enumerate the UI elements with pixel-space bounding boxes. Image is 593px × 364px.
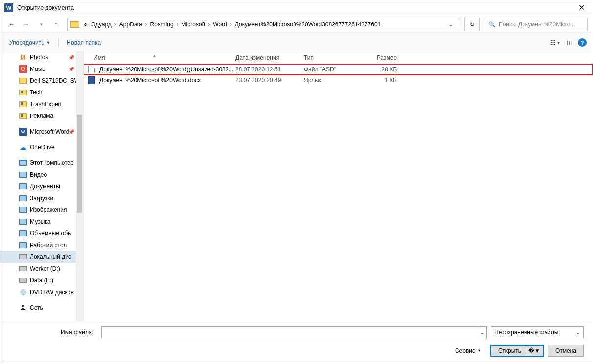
footer: Имя файла: ⌄ Несохраненные файлы⌄ Сервис… (0, 321, 593, 364)
search-input[interactable]: 🔍 Поиск: Документ%20Micro... (485, 18, 588, 31)
crumb-prefix[interactable]: « (82, 21, 90, 28)
sidebar-item[interactable]: Data (E:) (0, 274, 83, 286)
col-header-date[interactable]: Дата изменения (235, 54, 304, 61)
file-type: Файл "ASD" (304, 66, 363, 73)
file-row[interactable]: Документ%20Microsoft%20Word((Unsaved-308… (84, 64, 593, 75)
sidebar-item[interactable]: Worker (D:) (0, 263, 83, 274)
sidebar-item[interactable]: 🖧Сеть (0, 302, 83, 314)
sidebar: 🖼Photos📌OMusic📌Dell S2719DC_SWTechTrashE… (0, 51, 84, 321)
file-size: 1 КБ (363, 77, 402, 84)
crumb-2[interactable]: Roaming (148, 21, 176, 28)
sidebar-item-label: Изображения (30, 206, 67, 213)
sidebar-item-label: Music (30, 66, 45, 72)
sidebar-item-label: Photos (30, 54, 48, 61)
sidebar-item[interactable]: Музыка (0, 216, 83, 228)
file-row[interactable]: Документ%20Microsoft%20Word.docx23.07.20… (84, 75, 593, 86)
sidebar-item[interactable]: Видео (0, 169, 83, 181)
sidebar-item[interactable]: Tech (0, 87, 83, 98)
sidebar-item[interactable]: Загрузки (0, 192, 83, 204)
sidebar-item[interactable]: WMicrosoft Word📌 (0, 126, 83, 137)
sidebar-item-label: Локальный дис (30, 253, 71, 260)
cancel-button[interactable]: Отмена (548, 345, 584, 357)
sidebar-item-label: Рабочий стол (30, 242, 67, 249)
sort-indicator-icon: ▲ (152, 53, 157, 58)
open-button[interactable]: Открыть�▼ (490, 345, 544, 357)
refresh-button[interactable]: ↻ (464, 18, 480, 31)
up-button[interactable]: ↑ (49, 18, 62, 31)
sidebar-item[interactable]: 💿DVD RW дисков (0, 286, 83, 298)
crumb-1[interactable]: AppData (117, 21, 144, 28)
column-headers: Имя▲ Дата изменения Тип Размер (84, 51, 593, 64)
recent-dropdown[interactable]: ▾ (35, 18, 47, 31)
sidebar-item-label: Сеть (30, 304, 43, 311)
sidebar-item-label: TrashExpert (30, 101, 62, 108)
sidebar-scrollbar[interactable] (76, 51, 83, 321)
sidebar-item-label: Реклама (30, 113, 53, 119)
sidebar-item[interactable]: Реклама (0, 110, 83, 122)
col-header-name[interactable]: Имя▲ (84, 54, 235, 61)
col-header-size[interactable]: Размер (363, 54, 402, 61)
filename-dropdown[interactable]: ⌄ (478, 327, 486, 338)
sidebar-item[interactable]: Документы (0, 181, 83, 192)
close-button[interactable]: ✕ (574, 3, 589, 12)
sidebar-item-label: Видео (30, 171, 47, 178)
preview-pane-button[interactable]: ◫ (564, 38, 574, 47)
sidebar-item-label: Dell S2719DC_SW (30, 77, 80, 84)
crumb-0[interactable]: Эдуард (90, 21, 114, 28)
sidebar-item-label: Worker (D:) (30, 265, 60, 272)
view-options-button[interactable]: ☷▼ (550, 38, 560, 47)
file-name: Документ%20Microsoft%20Word.docx (99, 77, 235, 84)
new-folder-button[interactable]: Новая папка (64, 37, 104, 48)
file-pane: Имя▲ Дата изменения Тип Размер Документ%… (84, 51, 593, 321)
file-type: Ярлык (304, 77, 363, 84)
back-button[interactable]: ← (5, 18, 18, 31)
toolbar: Упорядочить ▼ Новая папка ☷▼ ◫ ? (0, 34, 593, 51)
open-file-dialog: W Открытие документа ✕ ← → ▾ ↑ « Эдуард›… (0, 0, 593, 364)
crumb-5[interactable]: Документ%20Microsoft%20Word3082677726142… (233, 21, 383, 28)
service-button[interactable]: Сервис ▼ (455, 347, 481, 354)
sidebar-item-label: Microsoft Word (30, 128, 69, 135)
nav-row: ← → ▾ ↑ « Эдуард› AppData› Roaming› Micr… (0, 15, 593, 34)
organize-button[interactable]: Упорядочить ▼ (6, 37, 53, 48)
filetype-filter[interactable]: Несохраненные файлы⌄ (491, 326, 584, 338)
sidebar-item[interactable]: Объемные объ (0, 228, 83, 239)
address-bar[interactable]: « Эдуард› AppData› Roaming› Microsoft› W… (67, 18, 459, 31)
pin-icon: 📌 (68, 129, 74, 135)
sidebar-item-label: Data (E:) (30, 277, 53, 284)
file-date: 28.07.2020 12:51 (235, 66, 304, 73)
sidebar-item[interactable]: Рабочий стол (0, 239, 83, 251)
forward-button[interactable]: → (20, 18, 33, 31)
sidebar-item-label: Этот компьютер (30, 159, 74, 166)
crumb-4[interactable]: Word (211, 21, 228, 28)
sidebar-item[interactable]: Этот компьютер (0, 157, 83, 169)
search-placeholder: Поиск: Документ%20Micro... (499, 21, 575, 28)
crumb-3[interactable]: Microsoft (180, 21, 207, 28)
sidebar-item[interactable]: Dell S2719DC_SW (0, 75, 83, 87)
sidebar-item[interactable]: OMusic📌 (0, 63, 83, 75)
open-split-dropdown[interactable]: �▼ (526, 347, 540, 354)
sidebar-item[interactable]: ☁OneDrive (0, 141, 83, 153)
pin-icon: 📌 (68, 67, 74, 72)
window-title: Открытие документа (17, 4, 574, 11)
file-name: Документ%20Microsoft%20Word((Unsaved-308… (99, 66, 235, 73)
sidebar-item-label: OneDrive (30, 144, 55, 151)
filename-label: Имя файла: (9, 329, 97, 336)
search-icon: 🔍 (488, 21, 496, 28)
address-dropdown[interactable]: ⌄ (445, 21, 456, 28)
help-button[interactable]: ? (578, 38, 587, 47)
col-header-type[interactable]: Тип (304, 54, 363, 61)
sidebar-item[interactable]: Изображения (0, 204, 83, 216)
dialog-body: 🖼Photos📌OMusic📌Dell S2719DC_SWTechTrashE… (0, 51, 593, 321)
filename-input[interactable]: ⌄ (101, 326, 487, 338)
titlebar: W Открытие документа ✕ (0, 0, 593, 15)
folder-icon (70, 21, 79, 28)
sidebar-item-label: Загрузки (30, 195, 53, 202)
sidebar-item[interactable]: Локальный дис (0, 251, 83, 263)
sidebar-item-label: Документы (30, 183, 60, 190)
sidebar-item[interactable]: 🖼Photos📌 (0, 51, 83, 63)
file-icon (88, 66, 95, 73)
word-app-icon: W (4, 3, 13, 12)
sidebar-item-label: Музыка (30, 218, 50, 225)
sidebar-item-label: Объемные объ (30, 230, 71, 237)
sidebar-item[interactable]: TrashExpert (0, 98, 83, 110)
